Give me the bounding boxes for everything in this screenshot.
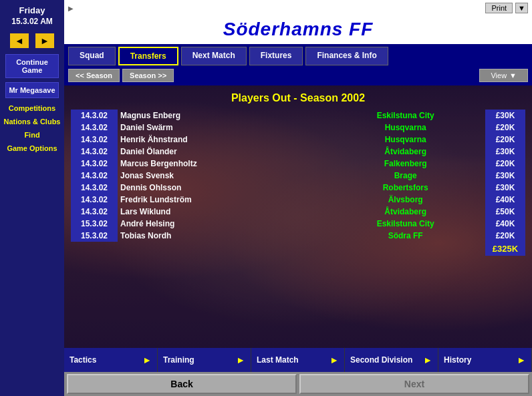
find-label[interactable]: Find xyxy=(24,131,39,139)
print-button[interactable]: Print xyxy=(485,3,513,13)
name-cell-1: Daniel Swärm xyxy=(118,122,325,134)
print-area: Print ▼ xyxy=(485,3,528,13)
sidebar: Friday 15.3.02 AM ◄ ► Continue Game Mr M… xyxy=(0,0,64,396)
nav-tabs: SquadTransfersNext MatchFixturesFinances… xyxy=(64,44,532,65)
bottom-nav-arrow: ► xyxy=(517,355,526,365)
bottom-nav-label: Tactics xyxy=(70,355,96,365)
bottom-nav-label: History xyxy=(444,355,471,365)
season-title: Players Out - Season 2002 xyxy=(71,92,525,104)
date-cell-0: 14.3.02 xyxy=(71,110,118,122)
tab-next-match[interactable]: Next Match xyxy=(181,47,247,65)
date-cell-8: 14.3.02 xyxy=(71,206,118,218)
club-cell-6: Robertsfors xyxy=(325,182,485,194)
view-dropdown-arrow: ▼ xyxy=(509,71,517,79)
title-bar: Söderhamns FF xyxy=(64,16,532,44)
name-cell-9: André Helsing xyxy=(118,218,325,230)
fee-cell-8: £50K xyxy=(485,206,525,218)
club-cell-10: Södra FF xyxy=(325,230,485,242)
main-panel: ▶ Print ▼ Söderhamns FF SquadTransfersNe… xyxy=(64,0,532,396)
print-dropdown-button[interactable]: ▼ xyxy=(515,3,528,13)
date-cell-3: 14.3.02 xyxy=(71,146,118,158)
player-row-8: 14.3.02 Lars Wiklund Åtvidaberg £50K xyxy=(71,206,525,218)
continue-game-button[interactable]: Continue Game xyxy=(5,54,59,78)
tab-transfers[interactable]: Transfers xyxy=(118,47,178,65)
club-cell-9: Eskilstuna City xyxy=(325,218,485,230)
name-cell-7: Fredrik Lundström xyxy=(118,194,325,206)
bottom-nav-label: Training xyxy=(163,355,194,365)
name-cell-3: Daniel Ölander xyxy=(118,146,325,158)
player-row-3: 14.3.02 Daniel Ölander Åtvidaberg £30K xyxy=(71,146,525,158)
view-area: View ▼ xyxy=(479,69,528,82)
view-button[interactable]: View ▼ xyxy=(479,69,528,82)
tab-fixtures[interactable]: Fixtures xyxy=(249,47,303,65)
name-cell-2: Henrik Ähnstrand xyxy=(118,134,325,146)
player-row-9: 15.3.02 André Helsing Eskilstuna City £4… xyxy=(71,218,525,230)
datetime: Friday 15.3.02 AM xyxy=(9,3,55,29)
back-button[interactable]: Back xyxy=(67,374,297,394)
fee-cell-6: £30K xyxy=(485,182,525,194)
competitions-label[interactable]: Competitions xyxy=(9,104,55,112)
total-fee-cell: £325K xyxy=(485,242,525,256)
prev-season-button[interactable]: << Season xyxy=(68,69,120,82)
date-cell-10: 15.3.02 xyxy=(71,230,118,242)
tab-finances-&-info[interactable]: Finances & Info xyxy=(305,47,388,65)
tab-squad[interactable]: Squad xyxy=(68,47,116,65)
fee-cell-3: £30K xyxy=(485,146,525,158)
bottom-nav-label: Second Division xyxy=(350,355,412,365)
player-row-5: 14.3.02 Jonas Svensk Brage £30K xyxy=(71,170,525,182)
bottom-nav-history[interactable]: History ► xyxy=(438,348,532,372)
bottom-nav-label: Last Match xyxy=(257,355,299,365)
next-button[interactable]: Next xyxy=(299,374,529,394)
player-row-0: 14.3.02 Magnus Enberg Eskilstuna City £3… xyxy=(71,110,525,122)
bottom-nav-training[interactable]: Training ► xyxy=(158,348,251,372)
club-cell-1: Husqvarna xyxy=(325,122,485,134)
name-cell-5: Jonas Svensk xyxy=(118,170,325,182)
club-cell-8: Åtvidaberg xyxy=(325,206,485,218)
content-area: Players Out - Season 2002 14.3.02 Magnus… xyxy=(64,85,532,348)
fee-cell-9: £40K xyxy=(485,218,525,230)
bottom-nav-arrow: ► xyxy=(329,355,339,365)
nations-clubs-label[interactable]: Nations & Clubs xyxy=(4,118,61,126)
club-title: Söderhamns FF xyxy=(64,19,532,40)
player-row-7: 14.3.02 Fredrik Lundström Älvsborg £40K xyxy=(71,194,525,206)
bottom-nav-second-division[interactable]: Second Division ► xyxy=(345,348,438,372)
bottom-nav-tactics[interactable]: Tactics ► xyxy=(64,348,158,372)
player-row-1: 14.3.02 Daniel Swärm Husqvarna £20K xyxy=(71,122,525,134)
club-cell-2: Husqvarna xyxy=(325,134,485,146)
fee-cell-1: £20K xyxy=(485,122,525,134)
player-table: 14.3.02 Magnus Enberg Eskilstuna City £3… xyxy=(71,110,525,256)
prev-arrow[interactable]: ◄ xyxy=(10,33,29,48)
bottom-nav-arrow: ► xyxy=(423,355,432,365)
fee-cell-10: £20K xyxy=(485,230,525,242)
view-label: View xyxy=(491,71,507,79)
club-cell-3: Åtvidaberg xyxy=(325,146,485,158)
player-tbody: 14.3.02 Magnus Enberg Eskilstuna City £3… xyxy=(71,110,525,242)
game-options-label[interactable]: Game Options xyxy=(7,144,57,152)
bottom-nav-last-match[interactable]: Last Match ► xyxy=(251,348,345,372)
topbar-arrow: ▶ xyxy=(68,5,74,12)
bottom-nav-arrow: ► xyxy=(142,355,152,365)
bottom-nav-arrow: ► xyxy=(236,355,245,365)
fee-cell-7: £40K xyxy=(485,194,525,206)
bottom-nav: Tactics ► Training ► Last Match ► Second… xyxy=(64,348,532,372)
date-cell-1: 14.3.02 xyxy=(71,122,118,134)
fee-cell-5: £30K xyxy=(485,170,525,182)
date-cell-7: 14.3.02 xyxy=(71,194,118,206)
date-label: 15.3.02 AM xyxy=(11,17,53,27)
club-cell-5: Brage xyxy=(325,170,485,182)
season-nav: << Season Season >> xyxy=(68,69,174,82)
next-arrow[interactable]: ► xyxy=(35,33,54,48)
name-cell-10: Tobias Nordh xyxy=(118,230,325,242)
next-season-button[interactable]: Season >> xyxy=(122,69,174,82)
date-cell-2: 14.3.02 xyxy=(71,134,118,146)
fee-cell-2: £20K xyxy=(485,134,525,146)
day-label: Friday xyxy=(11,5,53,17)
date-cell-4: 14.3.02 xyxy=(71,158,118,170)
save-button[interactable]: Mr Megasave xyxy=(5,82,59,98)
player-row-2: 14.3.02 Henrik Ähnstrand Husqvarna £20K xyxy=(71,134,525,146)
footer: Back Next xyxy=(64,372,532,396)
total-row: £325K xyxy=(71,242,525,256)
date-cell-5: 14.3.02 xyxy=(71,170,118,182)
player-row-10: 15.3.02 Tobias Nordh Södra FF £20K xyxy=(71,230,525,242)
nav-arrows: ◄ ► xyxy=(10,33,54,48)
